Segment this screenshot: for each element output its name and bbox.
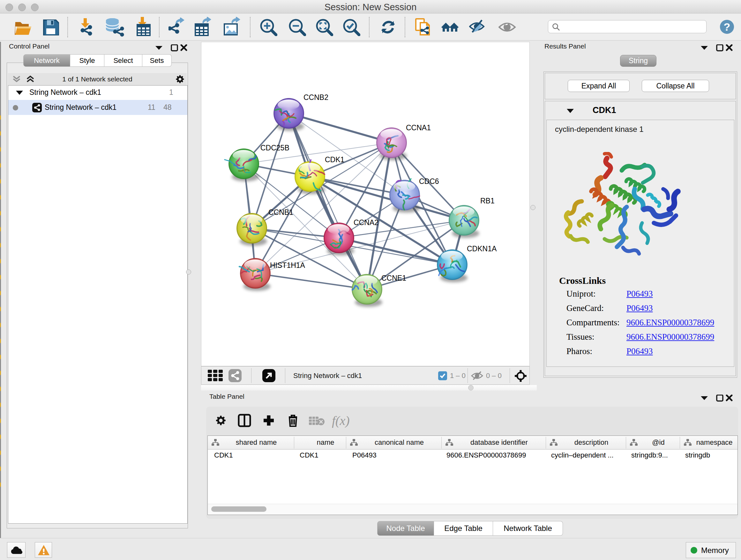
- svg-text:CDC6: CDC6: [419, 177, 439, 186]
- svg-text:HIST1H1A: HIST1H1A: [270, 261, 306, 269]
- svg-text:CCNB1: CCNB1: [268, 208, 293, 216]
- svg-text:RB1: RB1: [480, 197, 495, 205]
- svg-text:CCNB2: CCNB2: [304, 93, 328, 102]
- svg-text:CDKN1A: CDKN1A: [467, 245, 497, 253]
- svg-text:CCNA2: CCNA2: [354, 219, 379, 227]
- svg-text:CDC25B: CDC25B: [260, 144, 289, 152]
- svg-text:CCNA1: CCNA1: [406, 124, 431, 132]
- svg-text:CCNE1: CCNE1: [381, 274, 406, 282]
- svg-text:CDK1: CDK1: [325, 155, 344, 164]
